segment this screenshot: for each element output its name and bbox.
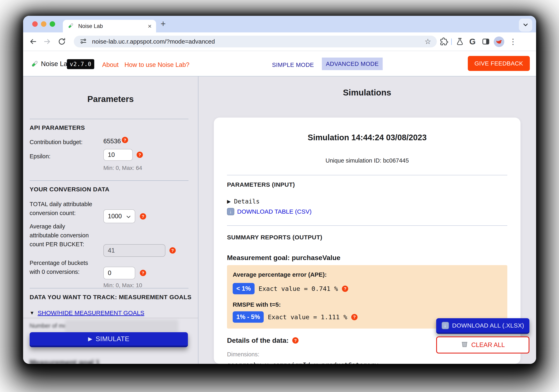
version-badge: v2.7.0 bbox=[67, 59, 94, 69]
measurement-goals-section-header: DATA YOU WANT TO TRACK: MEASUREMENT GOAL… bbox=[30, 294, 192, 301]
dimensions-label: Dimensions: bbox=[227, 351, 260, 358]
epsilon-label: Epsilon: bbox=[30, 152, 50, 161]
browser-tab[interactable]: Noise Lab × bbox=[63, 20, 156, 32]
help-icon[interactable]: ? bbox=[122, 137, 128, 143]
reload-icon[interactable] bbox=[57, 37, 66, 46]
summary-reports-section-header: SUMMARY REPORTS (OUTPUT) bbox=[227, 234, 322, 241]
kebab-menu-icon[interactable]: ⋮ bbox=[509, 37, 517, 46]
download-icon: ↓ bbox=[227, 208, 234, 215]
tab-search-chevron-button[interactable] bbox=[519, 19, 532, 32]
advanced-mode-tab[interactable]: ADVANCED MODE bbox=[322, 57, 383, 70]
ape-result-row: < 1% Exact value = 0.741 % ? bbox=[233, 283, 348, 294]
zoom-window-button[interactable] bbox=[50, 21, 55, 27]
rmspe-badge: 1% - 5% bbox=[233, 311, 264, 323]
ape-exact-value: Exact value = 0.741 % bbox=[259, 285, 338, 292]
avg-per-bucket-input: 41 bbox=[103, 244, 165, 257]
zero-buckets-input[interactable]: 0 bbox=[103, 267, 135, 279]
flask-experiments-icon[interactable] bbox=[456, 37, 464, 46]
details-label: Details bbox=[234, 198, 260, 205]
simple-mode-tab[interactable]: SIMPLE MODE bbox=[272, 62, 314, 68]
play-icon: ▶ bbox=[88, 336, 93, 342]
divider bbox=[227, 225, 507, 226]
details-of-data-heading: Details of the data: bbox=[227, 336, 289, 344]
divider bbox=[30, 119, 188, 119]
zero-buckets-label: Percentage of bucketswith 0 conversions: bbox=[30, 258, 88, 276]
help-icon[interactable]: ? bbox=[342, 286, 348, 292]
blurred-measurement-goal-heading: Measurement goal 1 bbox=[30, 359, 100, 364]
simulation-id: Unique simulation ID: bc067445 bbox=[214, 157, 521, 164]
give-feedback-button[interactable]: GIVE FEEDBACK bbox=[468, 56, 530, 71]
divider bbox=[23, 318, 198, 318]
rmspe-exact-value: Exact value = 1.111 % bbox=[268, 313, 347, 321]
app-header: Noise Lab v2.7.0 About How to use Noise … bbox=[23, 51, 536, 76]
side-panel-icon[interactable] bbox=[482, 37, 490, 46]
show-hide-goals-link[interactable]: SHOW/HIDE MEASUREMENT GOALS bbox=[38, 309, 144, 316]
browser-toolbar: noise-lab.uc.r.appspot.com/?mode=advance… bbox=[23, 32, 536, 51]
ape-badge: < 1% bbox=[233, 283, 255, 294]
test-tube-logo-icon bbox=[30, 60, 39, 69]
trash-icon bbox=[461, 340, 468, 350]
panel-divider bbox=[198, 76, 198, 364]
details-disclosure[interactable]: ▶ Details bbox=[227, 198, 260, 205]
blurred-goal-count-select bbox=[65, 320, 178, 333]
help-icon[interactable]: ? bbox=[351, 314, 358, 320]
divider bbox=[227, 175, 507, 175]
minimize-window-button[interactable] bbox=[41, 21, 47, 27]
new-tab-button[interactable]: + bbox=[160, 19, 166, 29]
triangle-down-icon: ▼ bbox=[30, 310, 35, 316]
close-window-button[interactable] bbox=[32, 21, 38, 27]
chevron-down-icon bbox=[522, 21, 529, 29]
help-icon[interactable]: ? bbox=[140, 213, 146, 220]
dimensions-value: geography x campaignId x productCategory bbox=[227, 361, 378, 364]
show-hide-goals-toggle[interactable]: ▼ SHOW/HIDE MEASUREMENT GOALS bbox=[30, 309, 144, 316]
contribution-budget-value: 65536 bbox=[103, 138, 121, 145]
epsilon-range-hint: Min: 0, Max: 64 bbox=[103, 165, 142, 171]
avg-daily-label: Average dailyattributable conversioncoun… bbox=[30, 222, 89, 249]
download-icon: ↓ bbox=[442, 322, 449, 329]
toolbar-divider bbox=[451, 38, 452, 45]
site-settings-icon[interactable] bbox=[79, 37, 87, 46]
bird-avatar-icon bbox=[495, 37, 503, 46]
main-content: Parameters API PARAMETERS Contribution b… bbox=[23, 76, 536, 364]
help-icon[interactable]: ? bbox=[137, 152, 143, 158]
forward-icon[interactable] bbox=[43, 37, 51, 46]
simulation-heading: Simulation 14:44:24 03/08/2023 bbox=[214, 133, 521, 142]
measurement-goal-heading: Measurement goal: purchaseValue bbox=[227, 254, 340, 262]
simulate-button[interactable]: ▶ SIMULATE bbox=[30, 332, 188, 347]
total-daily-select[interactable]: 1000 bbox=[103, 209, 135, 223]
google-g-icon[interactable]: G bbox=[468, 37, 477, 46]
epsilon-input[interactable]: 10 bbox=[103, 149, 133, 161]
total-daily-label: TOTAL daily attributableconversion count… bbox=[30, 200, 92, 217]
help-icon[interactable]: ? bbox=[292, 337, 298, 344]
address-bar[interactable]: noise-lab.uc.r.appspot.com/?mode=advance… bbox=[74, 36, 437, 47]
rmspe-label: RMSPE with t=5: bbox=[233, 301, 281, 308]
url-text: noise-lab.uc.r.appspot.com/?mode=advance… bbox=[92, 38, 425, 45]
help-icon[interactable]: ? bbox=[169, 247, 176, 253]
bookmark-star-icon[interactable]: ☆ bbox=[425, 37, 431, 46]
contribution-budget-label: Contribution budget: bbox=[30, 138, 83, 147]
tab-title: Noise Lab bbox=[78, 23, 148, 29]
select-chevron-icon bbox=[126, 213, 131, 220]
help-icon[interactable]: ? bbox=[140, 270, 146, 276]
app-title: Noise Lab bbox=[41, 60, 71, 68]
back-icon[interactable] bbox=[29, 37, 37, 46]
triangle-right-icon: ▶ bbox=[227, 199, 231, 204]
zero-buckets-range-hint: Min: 0, Max: 10 bbox=[103, 282, 142, 289]
extensions-icon[interactable] bbox=[440, 37, 448, 46]
conversion-data-section-header: YOUR CONVERSION DATA bbox=[30, 186, 110, 193]
about-link[interactable]: About bbox=[102, 61, 119, 68]
clear-all-button[interactable]: CLEAR ALL bbox=[436, 336, 529, 354]
parameters-input-section-header: PARAMETERS (INPUT) bbox=[227, 181, 295, 188]
tab-strip: Noise Lab × + bbox=[23, 16, 536, 32]
download-table-csv-link[interactable]: ↓ DOWNLOAD TABLE (CSV) bbox=[227, 208, 312, 215]
ape-label: Average percentage error (APE): bbox=[233, 271, 327, 278]
simulations-panel-title: Simulations bbox=[198, 88, 536, 97]
api-parameters-section-header: API PARAMETERS bbox=[30, 124, 85, 131]
divider bbox=[30, 180, 188, 181]
test-tube-favicon-icon bbox=[67, 22, 74, 30]
avatar[interactable] bbox=[494, 37, 504, 47]
browser-window: Noise Lab × + noise-lab.uc.r.appspo bbox=[23, 16, 536, 364]
close-tab-icon[interactable]: × bbox=[148, 23, 152, 29]
how-to-use-link[interactable]: How to use Noise Lab? bbox=[124, 61, 189, 68]
download-all-button[interactable]: ↓ DOWNLOAD ALL (.XLSX) bbox=[436, 318, 529, 334]
